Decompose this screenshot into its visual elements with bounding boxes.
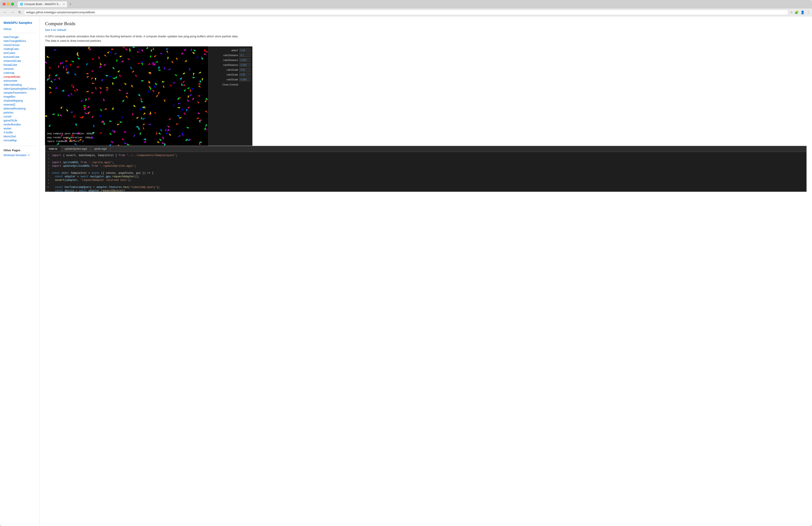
sidebar-nav: helloTriangle helloTriangleMSAA resizeCa… [3,35,36,142]
extension-icon[interactable]: 🧩 [795,10,799,14]
control-row-rule2Distance: rule2Distance [208,58,252,62]
deltaT-input[interactable] [240,48,250,52]
render-pass-stat: avg render pass duration: 190µs [47,136,94,140]
control-row-rule1Scale: rule1Scale [208,67,252,72]
list-item: normalMap [3,139,36,142]
list-item: renderBundles [3,123,36,126]
code-line-2: 2 [45,157,807,161]
rule1Distance-input[interactable] [240,54,250,57]
canvas-container: avg compute pass duration: 886µs avg ren… [45,46,208,146]
control-row-rule3Distance: rule3Distance [208,62,252,67]
maximize-button[interactable] [11,3,14,5]
new-tab-button[interactable]: + [68,2,73,6]
code-line-1: 1 import { assert, makeSample, SampleIni… [45,154,807,157]
sidebar-item-gameOfLife[interactable]: gameOfLife [3,119,36,122]
forward-button[interactable]: → [10,10,15,15]
github-link[interactable]: See it on Github! [45,28,807,32]
rule3Distance-input[interactable] [240,63,250,67]
sidebar-github-link[interactable]: Github [3,28,36,33]
close-controls-button[interactable]: Close Controls [208,82,252,87]
sidebar-item-animometer[interactable]: animometer [3,79,36,83]
rule3Scale-input[interactable] [240,78,250,81]
sidebar-item-videoUploadingWebCodecs[interactable]: videoUploadingWebCodecs [3,87,36,90]
sidebar-item-videoUploading[interactable]: videoUploading [3,83,36,87]
other-pages-label: Other Pages [3,148,36,152]
code-line-3: 3 import spriteWGSL from './sprite.wgsl'… [45,161,807,164]
sidebar-item-computeBoids[interactable]: computeBoids [3,75,36,79]
list-item: cornell [3,115,36,118]
sidebar-title: WebGPU Samples [3,21,36,25]
address-bar[interactable]: webgpu.github.io/webgpu-samples/samples/… [24,10,788,15]
rule1Distance-label: rule1Distance [210,54,238,57]
sidebar-item-normalMap[interactable]: normalMap [3,139,36,142]
list-item: cameras [3,67,36,71]
sidebar-item-renderBundles[interactable]: renderBundles [3,123,36,126]
tab-bar: 🌐 Compute Boids - WebGPU S... ✕ + [17,1,801,7]
toolbar-icons: ☆ 🧩 👤 ⋮ [790,10,810,14]
list-item: twoCubes [3,51,36,55]
control-row-deltaT: deltaT [208,48,252,53]
sidebar: WebGPU Samples Github helloTriangle hell… [0,16,40,526]
traffic-lights [3,3,14,5]
profile-icon[interactable]: 👤 [800,10,805,14]
sidebar-item-resizeCanvas[interactable]: resizeCanvas [3,43,36,47]
sidebar-item-deferredRendering[interactable]: deferredRendering [3,107,36,110]
code-line-9: 9 [45,182,807,185]
rule3Scale-label: rule3Scale [210,78,238,81]
sidebar-item-helloTriangleMSAA[interactable]: helloTriangleMSAA [3,39,36,43]
list-item: helloTriangle [3,35,36,39]
page-title: Compute Boids [45,21,807,27]
browser-window: 🌐 Compute Boids - WebGPU S... ✕ + ← → ↻ … [0,0,812,526]
sidebar-item-cubemap[interactable]: cubemap [3,71,36,75]
reload-button[interactable]: ↻ [17,10,22,15]
description: A GPU compute particle simulation that m… [45,34,244,43]
sidebar-item-instancedCube[interactable]: instancedCube [3,59,36,63]
rule1Scale-input[interactable] [240,68,250,72]
list-item: computeBoids [3,75,36,79]
browser-tab[interactable]: 🌐 Compute Boids - WebGPU S... ✕ [17,1,67,7]
code-tabs: main.ts updateSprites.wgsl sprite.wgsl [45,146,807,152]
code-content: 1 import { assert, makeSample, SampleIni… [45,152,807,192]
sidebar-item-A-buffer[interactable]: A-buffer [3,131,36,134]
list-item: A-buffer [3,131,36,134]
sidebar-item-helloTriangle[interactable]: helloTriangle [3,35,36,39]
boids-canvas[interactable] [45,46,208,146]
menu-icon[interactable]: ⋮ [807,10,810,14]
minimize-button[interactable] [7,3,10,5]
sidebar-item-reversedZ[interactable]: reversedZ [3,103,36,106]
sidebar-item-particles[interactable]: particles [3,111,36,114]
sidebar-item-rotatingCube[interactable]: rotatingCube [3,47,36,51]
sidebar-item-fractalCube[interactable]: fractalCube [3,63,36,67]
sidebar-item-twoCubes[interactable]: twoCubes [3,51,36,55]
tab-main-ts[interactable]: main.ts [45,146,61,152]
list-item: resizeCanvas [3,43,36,47]
bookmark-icon[interactable]: ☆ [790,10,793,14]
tab-favicon: 🌐 [20,3,23,6]
tab-close-button[interactable]: ✕ [63,3,65,6]
sidebar-item-samplerParameters[interactable]: samplerParameters [3,91,36,95]
demo-area: avg compute pass duration: 886µs avg ren… [45,46,807,146]
sidebar-item-worker[interactable]: worker [3,127,36,130]
code-line-5: 5 [45,168,807,171]
tab-sprite[interactable]: sprite.wgsl [91,146,111,152]
code-line-8: 8 assert(adapter, 'requestAdapter return… [45,179,807,182]
sidebar-item-cornell[interactable]: cornell [3,115,36,118]
close-button[interactable] [3,3,5,5]
sidebar-item-imageBlur[interactable]: imageBlur [3,95,36,99]
url-text: webgpu.github.io/webgpu-samples/samples/… [26,11,95,14]
list-item: instancedCube [3,59,36,63]
list-item: deferredRendering [3,107,36,110]
spare-buffers-stat: spare readback buffers: 2 [47,140,94,144]
rule2Distance-input[interactable] [240,58,250,62]
browser-toolbar: ← → ↻ webgpu.github.io/webgpu-samples/sa… [0,9,812,16]
sidebar-item-texturedCube[interactable]: texturedCube [3,55,36,59]
workload-simulator-link[interactable]: Workload Simulator ↗ [3,154,36,157]
sidebar-item-cameras[interactable]: cameras [3,67,36,71]
back-button[interactable]: ← [2,10,8,15]
rule2Scale-input[interactable] [240,73,250,76]
tab-updateSprites[interactable]: updateSprites.wgsl [61,146,91,152]
controls-panel: deltaT rule1Distance rule2Distance rule3… [208,46,252,146]
list-item: samplerParameters [3,91,36,95]
sidebar-item-shadowMapping[interactable]: shadowMapping [3,99,36,102]
sidebar-item-bitonicSort[interactable]: bitonicSort [3,135,36,138]
